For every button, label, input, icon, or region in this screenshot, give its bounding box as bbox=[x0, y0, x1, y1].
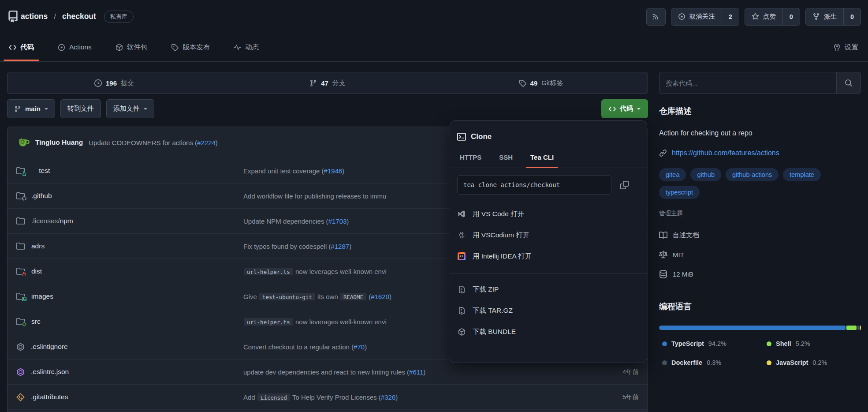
clone-url-input[interactable] bbox=[457, 175, 611, 195]
watch-icon bbox=[678, 13, 685, 20]
tab-packages[interactable]: 软件包 bbox=[114, 33, 149, 61]
goto-file-button[interactable]: 转到文件 bbox=[60, 99, 101, 118]
breadcrumb: actions / checkout 私有库 bbox=[21, 11, 134, 23]
package-icon bbox=[457, 328, 466, 336]
manage-topics-link[interactable]: 管理主题 bbox=[659, 210, 861, 217]
repo-description: Action for checking out a repo bbox=[659, 129, 861, 137]
commits-stat[interactable]: 196 提交 bbox=[7, 79, 221, 87]
eslint-icon bbox=[16, 343, 25, 351]
rss-icon bbox=[652, 13, 659, 20]
download-bundle-label: 下载 BUNDLE bbox=[473, 327, 516, 337]
download-bundle-item[interactable]: 下载 BUNDLE bbox=[457, 321, 640, 342]
website-link[interactable]: https://github.com/features/actions bbox=[672, 149, 779, 157]
tab-actions[interactable]: Actions bbox=[56, 33, 93, 61]
commit-message[interactable]: Update CODEOWNERS for actions (#2224) bbox=[89, 139, 218, 146]
vscode-icon bbox=[457, 210, 466, 218]
tags-count: 49 bbox=[530, 79, 538, 87]
branch-selector[interactable]: main bbox=[7, 99, 55, 118]
readme-link[interactable]: 自述文档 bbox=[659, 225, 861, 245]
add-file-button[interactable]: 添加文件 bbox=[106, 99, 154, 118]
language-bar[interactable] bbox=[659, 326, 861, 330]
file-commit-message[interactable]: Add Licensed To Help Verify Prod License… bbox=[243, 393, 590, 401]
chevron-down-icon bbox=[144, 108, 147, 112]
file-name: .eslintignore bbox=[31, 343, 68, 350]
chevron-down-icon bbox=[637, 108, 641, 112]
clone-protocol-tabs: HTTPS SSH Tea CLI bbox=[450, 154, 647, 168]
code-icon bbox=[9, 44, 16, 51]
clone-header: Clone bbox=[457, 132, 640, 141]
intellij-icon: IJ bbox=[457, 252, 466, 260]
commit-author[interactable]: Tingluo Huang bbox=[35, 139, 83, 146]
language-dot bbox=[767, 360, 771, 365]
license-label: MIT bbox=[673, 251, 684, 258]
topic-pill[interactable]: github-actions bbox=[726, 168, 779, 181]
topic-pill[interactable]: gitea bbox=[659, 168, 686, 181]
language-dot bbox=[662, 360, 667, 365]
table-row[interactable]: .eslintrc.json update dev dependencies a… bbox=[7, 360, 648, 385]
topic-pill[interactable]: typescript bbox=[659, 186, 700, 199]
watch-count[interactable]: 2 bbox=[722, 8, 739, 25]
table-row[interactable]: .gitattributes Add Licensed To Help Veri… bbox=[7, 385, 648, 410]
file-toolbar: main 转到文件 添加文件 代码 bbox=[7, 99, 648, 118]
commits-count: 196 bbox=[106, 79, 117, 87]
open-intellij-item[interactable]: IJ 用 Intellij IDEA 打开 bbox=[457, 246, 640, 267]
legend-item[interactable]: JavaScript 0.2% bbox=[767, 359, 861, 366]
search-button[interactable] bbox=[836, 72, 861, 94]
legend-item[interactable]: TypeScript 94.2% bbox=[662, 340, 767, 347]
fork-count[interactable]: 0 bbox=[843, 8, 861, 25]
tab-https[interactable]: HTTPS bbox=[460, 154, 481, 168]
search-code-input[interactable] bbox=[659, 72, 836, 94]
eslint-icon bbox=[16, 368, 25, 376]
legend-item[interactable]: Dockerfile 0.3% bbox=[662, 359, 767, 366]
rss-button[interactable] bbox=[646, 8, 666, 26]
star-button[interactable]: 点赞 0 bbox=[745, 8, 800, 26]
repo-name-link[interactable]: checkout bbox=[62, 12, 96, 21]
code-button-label: 代码 bbox=[620, 105, 633, 113]
star-count[interactable]: 0 bbox=[782, 8, 800, 25]
clone-title: Clone bbox=[471, 132, 492, 141]
tab-settings[interactable]: 设置 bbox=[833, 33, 858, 61]
open-vscodium-item[interactable]: 用 VSCodium 打开 bbox=[457, 225, 640, 246]
tab-tea-cli[interactable]: Tea CLI bbox=[530, 154, 554, 168]
fork-icon bbox=[812, 13, 820, 20]
file-commit-message[interactable]: update dev dependencies and react to new… bbox=[243, 368, 590, 376]
open-vscode-item[interactable]: 用 VS Code 打开 bbox=[457, 203, 640, 225]
download-zip-item[interactable]: 下载 ZIP bbox=[457, 279, 640, 300]
open-intellij-label: 用 Intellij IDEA 打开 bbox=[473, 252, 532, 261]
file-name: .github bbox=[31, 192, 52, 199]
repo-owner-link[interactable]: actions bbox=[21, 12, 48, 21]
fork-button[interactable]: 派生 0 bbox=[805, 8, 861, 26]
repo-size[interactable]: 12 MiB bbox=[659, 264, 861, 284]
avatar[interactable] bbox=[16, 136, 30, 149]
tags-stat[interactable]: 49 Git标签 bbox=[434, 79, 648, 87]
language-dot bbox=[767, 341, 771, 346]
watch-label: 取消关注 bbox=[689, 12, 715, 21]
tag-icon bbox=[519, 79, 526, 87]
tab-activity[interactable]: 动态 bbox=[232, 33, 261, 61]
play-circle-icon bbox=[58, 44, 65, 51]
tab-actions-label: Actions bbox=[69, 43, 92, 51]
branches-stat[interactable]: 47 分支 bbox=[221, 79, 434, 87]
watch-button[interactable]: 取消关注 2 bbox=[671, 8, 739, 26]
file-name: adrs bbox=[31, 242, 45, 250]
folder-icon bbox=[16, 217, 25, 225]
download-zip-label: 下载 ZIP bbox=[473, 285, 499, 294]
tags-label: Git标签 bbox=[541, 79, 563, 87]
download-targz-label: 下载 TAR.GZ bbox=[473, 306, 513, 315]
copy-icon[interactable] bbox=[620, 181, 629, 189]
repo-book-icon bbox=[7, 11, 19, 22]
legend-item[interactable]: Shell 5.2% bbox=[767, 340, 861, 347]
topic-pill[interactable]: template bbox=[783, 168, 821, 181]
tab-code[interactable]: 代码 bbox=[7, 33, 36, 61]
tab-ssh[interactable]: SSH bbox=[499, 154, 513, 168]
download-targz-item[interactable]: 下载 TAR.GZ bbox=[457, 300, 640, 321]
topic-pill[interactable]: github bbox=[690, 168, 721, 181]
tab-releases[interactable]: 版本发布 bbox=[169, 33, 212, 61]
terminal-icon bbox=[457, 132, 466, 141]
repo-stats-bar: 196 提交 47 分支 49 Git标签 bbox=[7, 72, 648, 94]
tab-activity-label: 动态 bbox=[245, 43, 259, 52]
license-link[interactable]: MIT bbox=[659, 245, 861, 264]
code-dropdown-button[interactable]: 代码 bbox=[601, 99, 648, 118]
folder-lock-icon bbox=[16, 267, 25, 275]
tag-icon bbox=[171, 44, 179, 51]
